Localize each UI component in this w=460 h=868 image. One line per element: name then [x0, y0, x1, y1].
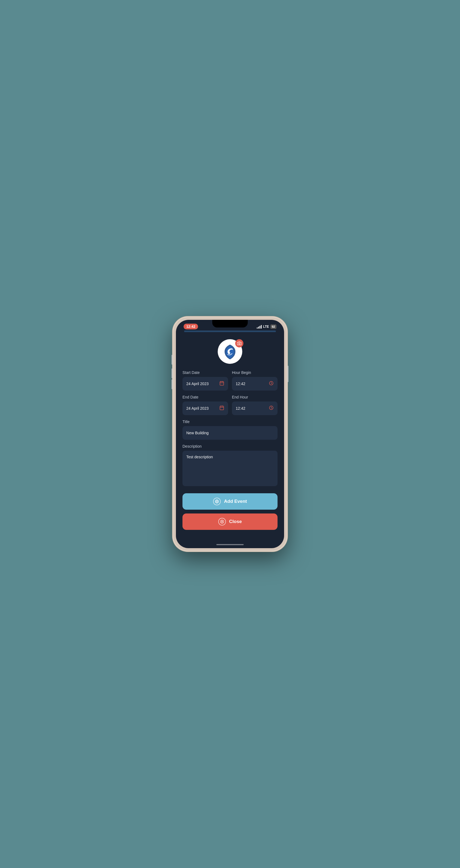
home-indicator — [176, 543, 284, 548]
status-right: LTE 92 — [257, 324, 276, 329]
close-circle-icon — [218, 518, 226, 526]
start-date-label: Start Date — [182, 370, 228, 375]
title-input[interactable]: New Building — [182, 426, 278, 440]
description-label: Description — [182, 444, 278, 448]
signal-bar-1 — [257, 328, 257, 329]
screen-content[interactable]: Start Date 24 April 2023 — [176, 333, 284, 543]
lte-label: LTE — [263, 325, 269, 329]
status-time: 12:42 — [184, 324, 198, 330]
clock-icon-end — [269, 405, 274, 411]
close-label: Close — [229, 519, 242, 524]
phone-wrapper: 12:42 LTE 92 — [173, 316, 287, 552]
svg-rect-2 — [220, 381, 224, 385]
calendar-icon — [219, 381, 224, 387]
end-hour-group: End Hour 12:42 — [232, 395, 278, 415]
end-hour-input[interactable]: 12:42 — [232, 402, 278, 415]
description-input[interactable]: Test description — [182, 451, 278, 486]
clock-icon-begin — [269, 381, 274, 387]
title-label: Title — [182, 420, 278, 424]
avatar-section — [182, 335, 278, 370]
end-hour-value: 12:42 — [236, 406, 245, 410]
globe-icon — [213, 498, 221, 505]
start-date-input[interactable]: 24 April 2023 — [182, 377, 228, 391]
signal-bar-3 — [259, 326, 260, 329]
add-event-button[interactable]: Add Event — [182, 493, 278, 510]
hour-begin-input[interactable]: 12:42 — [232, 377, 278, 391]
end-date-label: End Date — [182, 395, 228, 399]
hour-begin-value: 12:42 — [236, 381, 245, 386]
start-date-value: 24 April 2023 — [186, 381, 209, 386]
avatar-container[interactable] — [218, 339, 242, 364]
signal-bar-4 — [261, 325, 262, 329]
camera-icon — [237, 341, 242, 345]
end-date-value: 24 April 2023 — [186, 406, 209, 410]
close-button[interactable]: Close — [182, 514, 278, 530]
description-value: Test description — [186, 455, 213, 459]
home-bar — [216, 544, 244, 545]
notch — [212, 320, 248, 328]
end-hour-label: End Hour — [232, 395, 278, 399]
title-value: New Building — [186, 431, 209, 435]
calendar-icon-end — [219, 405, 224, 411]
signal-bars-icon — [257, 325, 262, 329]
signal-bar-2 — [258, 327, 259, 329]
start-date-hour-row: Start Date 24 April 2023 — [182, 370, 278, 391]
camera-badge[interactable] — [235, 339, 243, 347]
phone-screen: 12:42 LTE 92 — [176, 320, 284, 548]
svg-rect-4 — [220, 406, 224, 410]
svg-point-1 — [239, 343, 240, 344]
add-event-label: Add Event — [224, 499, 247, 504]
title-group: Title New Building — [182, 420, 278, 440]
battery-badge: 92 — [270, 324, 276, 329]
hour-begin-group: Hour Begin 12:42 — [232, 370, 278, 391]
end-date-hour-row: End Date 24 April 2023 E — [182, 395, 278, 415]
end-date-group: End Date 24 April 2023 — [182, 395, 228, 415]
phone-frame: 12:42 LTE 92 — [173, 316, 287, 552]
hour-begin-label: Hour Begin — [232, 370, 278, 375]
end-date-input[interactable]: 24 April 2023 — [182, 402, 228, 415]
description-group: Description Test description — [182, 444, 278, 486]
previous-content-hint — [184, 331, 276, 332]
start-date-group: Start Date 24 April 2023 — [182, 370, 228, 391]
